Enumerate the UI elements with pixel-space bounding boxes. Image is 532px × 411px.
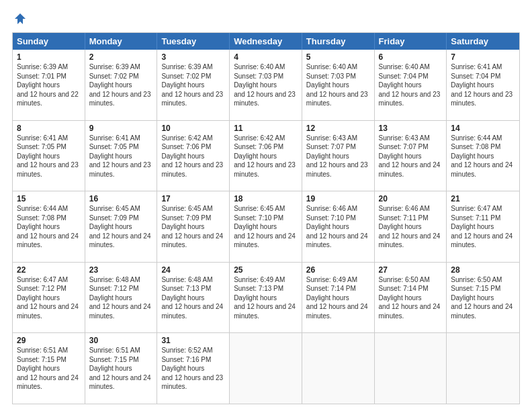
calendar-cell: 21 Sunrise: 6:47 AMSunset: 7:11 PMDaylig… bbox=[447, 191, 519, 262]
day-info: Sunrise: 6:40 AMSunset: 7:03 PMDaylight … bbox=[306, 63, 368, 107]
day-number: 2 bbox=[89, 52, 153, 62]
day-info: Sunrise: 6:46 AMSunset: 7:10 PMDaylight … bbox=[306, 205, 368, 248]
calendar-cell: 7 Sunrise: 6:41 AMSunset: 7:04 PMDayligh… bbox=[447, 50, 519, 120]
day-number: 11 bbox=[234, 124, 298, 133]
day-number: 23 bbox=[89, 265, 153, 275]
day-number: 31 bbox=[161, 336, 225, 345]
day-number: 19 bbox=[306, 194, 370, 203]
day-info: Sunrise: 6:41 AMSunset: 7:05 PMDaylight … bbox=[89, 134, 151, 178]
day-number: 9 bbox=[89, 124, 153, 133]
day-info: Sunrise: 6:50 AMSunset: 7:15 PMDaylight … bbox=[451, 276, 513, 320]
day-info: Sunrise: 6:44 AMSunset: 7:08 PMDaylight … bbox=[17, 205, 79, 248]
day-number: 8 bbox=[17, 124, 81, 133]
calendar-cell: 1 Sunrise: 6:39 AMSunset: 7:01 PMDayligh… bbox=[13, 50, 85, 120]
day-info: Sunrise: 6:41 AMSunset: 7:04 PMDaylight … bbox=[451, 63, 513, 107]
calendar-cell-empty bbox=[230, 333, 302, 404]
day-info: Sunrise: 6:41 AMSunset: 7:05 PMDaylight … bbox=[17, 134, 79, 178]
day-number: 18 bbox=[234, 194, 298, 203]
calendar-cell: 29 Sunrise: 6:51 AMSunset: 7:15 PMDaylig… bbox=[13, 333, 85, 404]
logo bbox=[12, 12, 27, 26]
calendar-cell: 5 Sunrise: 6:40 AMSunset: 7:03 PMDayligh… bbox=[302, 50, 375, 120]
day-info: Sunrise: 6:47 AMSunset: 7:12 PMDaylight … bbox=[17, 276, 79, 320]
day-info: Sunrise: 6:48 AMSunset: 7:12 PMDaylight … bbox=[89, 276, 151, 320]
day-number: 1 bbox=[17, 52, 81, 62]
day-info: Sunrise: 6:39 AMSunset: 7:01 PMDaylight … bbox=[17, 63, 79, 107]
day-info: Sunrise: 6:39 AMSunset: 7:02 PMDaylight … bbox=[161, 63, 223, 107]
day-info: Sunrise: 6:39 AMSunset: 7:02 PMDaylight … bbox=[89, 63, 151, 107]
day-number: 10 bbox=[161, 124, 225, 133]
page: SundayMondayTuesdayWednesdayThursdayFrid… bbox=[0, 0, 532, 411]
calendar-cell: 10 Sunrise: 6:42 AMSunset: 7:06 PMDaylig… bbox=[157, 121, 230, 191]
calendar-cell: 28 Sunrise: 6:50 AMSunset: 7:15 PMDaylig… bbox=[447, 263, 519, 333]
day-number: 15 bbox=[17, 194, 81, 203]
calendar-row: 1 Sunrise: 6:39 AMSunset: 7:01 PMDayligh… bbox=[13, 50, 519, 120]
calendar-cell: 17 Sunrise: 6:45 AMSunset: 7:09 PMDaylig… bbox=[157, 191, 230, 262]
day-number: 29 bbox=[17, 336, 81, 345]
calendar-body: 1 Sunrise: 6:39 AMSunset: 7:01 PMDayligh… bbox=[13, 50, 519, 404]
calendar-cell: 31 Sunrise: 6:52 AMSunset: 7:16 PMDaylig… bbox=[157, 333, 230, 404]
calendar-cell: 26 Sunrise: 6:49 AMSunset: 7:14 PMDaylig… bbox=[302, 263, 375, 333]
day-number: 26 bbox=[306, 265, 370, 275]
day-info: Sunrise: 6:40 AMSunset: 7:04 PMDaylight … bbox=[379, 63, 441, 107]
calendar-header-cell: Wednesday bbox=[230, 33, 302, 50]
calendar-cell: 6 Sunrise: 6:40 AMSunset: 7:04 PMDayligh… bbox=[375, 50, 447, 120]
day-info: Sunrise: 6:40 AMSunset: 7:03 PMDaylight … bbox=[234, 63, 296, 107]
day-number: 3 bbox=[161, 52, 225, 62]
calendar-cell: 27 Sunrise: 6:50 AMSunset: 7:14 PMDaylig… bbox=[375, 263, 447, 333]
calendar-cell: 11 Sunrise: 6:42 AMSunset: 7:06 PMDaylig… bbox=[230, 121, 302, 191]
calendar-header-cell: Monday bbox=[85, 33, 158, 50]
header bbox=[12, 12, 520, 26]
day-info: Sunrise: 6:46 AMSunset: 7:11 PMDaylight … bbox=[379, 205, 441, 248]
day-number: 16 bbox=[89, 194, 153, 203]
calendar-cell: 13 Sunrise: 6:43 AMSunset: 7:07 PMDaylig… bbox=[375, 121, 447, 191]
day-info: Sunrise: 6:44 AMSunset: 7:08 PMDaylight … bbox=[451, 134, 513, 178]
calendar-header-cell: Friday bbox=[375, 33, 447, 50]
day-info: Sunrise: 6:51 AMSunset: 7:15 PMDaylight … bbox=[89, 347, 151, 390]
calendar-cell: 4 Sunrise: 6:40 AMSunset: 7:03 PMDayligh… bbox=[230, 50, 302, 120]
day-info: Sunrise: 6:43 AMSunset: 7:07 PMDaylight … bbox=[379, 134, 441, 178]
calendar-cell: 30 Sunrise: 6:51 AMSunset: 7:15 PMDaylig… bbox=[85, 333, 158, 404]
calendar-cell: 25 Sunrise: 6:49 AMSunset: 7:13 PMDaylig… bbox=[230, 263, 302, 333]
calendar-cell: 8 Sunrise: 6:41 AMSunset: 7:05 PMDayligh… bbox=[13, 121, 85, 191]
day-number: 6 bbox=[379, 52, 443, 62]
day-info: Sunrise: 6:47 AMSunset: 7:11 PMDaylight … bbox=[451, 205, 513, 248]
calendar-cell: 20 Sunrise: 6:46 AMSunset: 7:11 PMDaylig… bbox=[375, 191, 447, 262]
day-info: Sunrise: 6:49 AMSunset: 7:14 PMDaylight … bbox=[306, 276, 368, 320]
day-number: 25 bbox=[234, 265, 298, 275]
calendar-row: 29 Sunrise: 6:51 AMSunset: 7:15 PMDaylig… bbox=[13, 332, 519, 404]
calendar-row: 8 Sunrise: 6:41 AMSunset: 7:05 PMDayligh… bbox=[13, 120, 519, 191]
day-number: 22 bbox=[17, 265, 81, 275]
calendar-cell: 23 Sunrise: 6:48 AMSunset: 7:12 PMDaylig… bbox=[85, 263, 158, 333]
day-info: Sunrise: 6:48 AMSunset: 7:13 PMDaylight … bbox=[161, 276, 223, 320]
day-number: 7 bbox=[451, 52, 515, 62]
day-number: 14 bbox=[451, 124, 515, 133]
day-info: Sunrise: 6:45 AMSunset: 7:10 PMDaylight … bbox=[234, 205, 296, 248]
day-number: 30 bbox=[89, 336, 153, 345]
day-info: Sunrise: 6:52 AMSunset: 7:16 PMDaylight … bbox=[161, 347, 223, 390]
day-number: 24 bbox=[161, 265, 225, 275]
day-info: Sunrise: 6:50 AMSunset: 7:14 PMDaylight … bbox=[379, 276, 441, 320]
calendar-cell: 9 Sunrise: 6:41 AMSunset: 7:05 PMDayligh… bbox=[85, 121, 158, 191]
calendar-cell-empty bbox=[375, 333, 447, 404]
day-number: 20 bbox=[379, 194, 443, 203]
day-info: Sunrise: 6:42 AMSunset: 7:06 PMDaylight … bbox=[234, 134, 296, 178]
calendar-row: 22 Sunrise: 6:47 AMSunset: 7:12 PMDaylig… bbox=[13, 262, 519, 333]
calendar-cell: 14 Sunrise: 6:44 AMSunset: 7:08 PMDaylig… bbox=[447, 121, 519, 191]
calendar-row: 15 Sunrise: 6:44 AMSunset: 7:08 PMDaylig… bbox=[13, 191, 519, 262]
calendar-cell: 12 Sunrise: 6:43 AMSunset: 7:07 PMDaylig… bbox=[302, 121, 375, 191]
day-number: 21 bbox=[451, 194, 515, 203]
day-number: 12 bbox=[306, 124, 370, 133]
calendar-header-cell: Thursday bbox=[302, 33, 375, 50]
day-info: Sunrise: 6:43 AMSunset: 7:07 PMDaylight … bbox=[306, 134, 368, 178]
calendar-cell: 2 Sunrise: 6:39 AMSunset: 7:02 PMDayligh… bbox=[85, 50, 158, 120]
day-info: Sunrise: 6:49 AMSunset: 7:13 PMDaylight … bbox=[234, 276, 296, 320]
calendar-cell-empty bbox=[447, 333, 519, 404]
calendar-cell: 24 Sunrise: 6:48 AMSunset: 7:13 PMDaylig… bbox=[157, 263, 230, 333]
logo-icon bbox=[13, 12, 27, 26]
calendar-cell: 22 Sunrise: 6:47 AMSunset: 7:12 PMDaylig… bbox=[13, 263, 85, 333]
calendar-header-cell: Tuesday bbox=[157, 33, 230, 50]
calendar-header-cell: Sunday bbox=[13, 33, 85, 50]
day-info: Sunrise: 6:42 AMSunset: 7:06 PMDaylight … bbox=[161, 134, 223, 178]
calendar-cell-empty bbox=[302, 333, 375, 404]
calendar-cell: 3 Sunrise: 6:39 AMSunset: 7:02 PMDayligh… bbox=[157, 50, 230, 120]
